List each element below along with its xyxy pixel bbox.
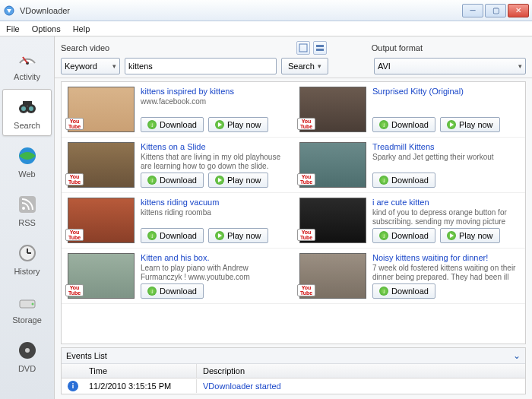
youtube-badge: YouTube: [297, 173, 315, 185]
video-title[interactable]: kittens riding vacuum: [141, 198, 287, 207]
youtube-badge: YouTube: [65, 173, 84, 185]
output-format-label: Output format: [372, 43, 423, 52]
chevron-down-icon: ▾: [112, 62, 116, 70]
download-button[interactable]: ↓Download: [141, 228, 204, 243]
minimize-button[interactable]: ─: [462, 4, 483, 17]
settings-icon[interactable]: [313, 41, 327, 55]
app-icon: [3, 5, 15, 17]
search-mode-combo[interactable]: Keyword ▾: [61, 58, 120, 74]
play-button[interactable]: Play now: [208, 117, 268, 132]
svg-point-17: [25, 348, 30, 353]
sidebar-label: RSS: [18, 218, 36, 227]
video-title[interactable]: Kittens on a Slide: [141, 142, 287, 151]
sidebar-item-web[interactable]: Web: [2, 138, 52, 185]
event-row[interactable]: i 11/2/2010 3:15:15 PM VDownloader start…: [62, 378, 525, 394]
svg-point-6: [29, 106, 33, 111]
video-thumbnail[interactable]: YouTube: [299, 87, 366, 132]
events-title: Events List: [66, 351, 107, 360]
sidebar-item-rss[interactable]: RSS: [2, 186, 52, 233]
play-button[interactable]: Play now: [440, 228, 500, 243]
play-icon: [447, 120, 456, 129]
maximize-button[interactable]: ▢: [485, 4, 506, 17]
download-button[interactable]: ↓Download: [141, 283, 204, 299]
download-icon: ↓: [379, 176, 388, 185]
video-thumbnail[interactable]: YouTube: [299, 253, 366, 299]
col-time[interactable]: Time: [83, 364, 197, 378]
play-icon: [215, 231, 224, 240]
result-cell: YouTube Kittens on a Slide Kittens that …: [62, 138, 293, 193]
download-button[interactable]: ↓Download: [141, 117, 204, 132]
download-button[interactable]: ↓Download: [372, 228, 435, 243]
video-thumbnail[interactable]: YouTube: [68, 198, 135, 243]
video-title[interactable]: Treadmill Kittens: [372, 142, 519, 151]
download-icon: ↓: [379, 231, 388, 240]
youtube-badge: YouTube: [297, 118, 315, 130]
video-thumbnail[interactable]: YouTube: [299, 198, 366, 243]
video-title[interactable]: kittens inspired by kittens: [141, 87, 287, 96]
filter-icon[interactable]: [296, 41, 310, 55]
youtube-badge: YouTube: [65, 229, 84, 241]
play-button[interactable]: Play now: [440, 117, 500, 132]
download-button[interactable]: ↓Download: [372, 283, 435, 299]
menubar: File Options Help: [0, 21, 532, 36]
clock-icon: [15, 241, 40, 265]
download-icon: ↓: [379, 120, 388, 129]
window-title: VDownloader: [20, 6, 462, 15]
result-cell: YouTube Surprised Kitty (Original) ↓Down…: [293, 82, 525, 138]
close-button[interactable]: ✕: [508, 4, 529, 17]
video-description: Kittens that are living in my old playho…: [141, 153, 287, 171]
play-button[interactable]: Play now: [208, 173, 268, 188]
download-button[interactable]: ↓Download: [372, 117, 435, 132]
play-icon: [215, 176, 224, 185]
download-icon: ↓: [147, 176, 157, 185]
svg-point-5: [21, 106, 26, 111]
sidebar-item-storage[interactable]: Storage: [2, 283, 52, 331]
play-button[interactable]: Play now: [208, 228, 268, 243]
video-title[interactable]: Kitten and his box.: [141, 253, 287, 262]
svg-rect-19: [316, 45, 324, 47]
drive-icon: [15, 290, 40, 314]
results-panel: YouTube kittens inspired by kittens www.…: [61, 81, 526, 344]
menu-options[interactable]: Options: [32, 24, 61, 33]
video-title[interactable]: Surprised Kitty (Original): [372, 87, 519, 96]
svg-point-15: [31, 303, 33, 306]
video-thumbnail[interactable]: YouTube: [68, 253, 135, 299]
menu-help[interactable]: Help: [73, 24, 90, 33]
video-description: www.facebook.com: [141, 97, 287, 106]
sidebar-item-activity[interactable]: Activity: [2, 40, 52, 87]
video-thumbnail[interactable]: YouTube: [299, 142, 366, 188]
sidebar-item-dvd[interactable]: DVD: [2, 332, 52, 379]
events-panel: Events List ⌄ Time Description i 11/2/20…: [61, 347, 526, 394]
search-bar: Search video Output format Keyword ▾ Sea…: [55, 36, 532, 78]
download-button[interactable]: ↓Download: [141, 173, 204, 188]
result-cell: YouTube kittens inspired by kittens www.…: [62, 82, 293, 138]
video-title[interactable]: i are cute kitten: [372, 198, 519, 207]
play-icon: [447, 231, 456, 240]
svg-rect-7: [23, 101, 32, 106]
col-desc[interactable]: Description: [197, 364, 525, 378]
youtube-badge: YouTube: [65, 118, 84, 130]
sidebar-item-history[interactable]: History: [2, 235, 52, 282]
video-description: kind of you to depress orange button for…: [372, 208, 519, 226]
video-title[interactable]: Noisy kittens waiting for dinner!: [372, 253, 519, 262]
result-cell: YouTube i are cute kitten kind of you to…: [293, 193, 525, 249]
svg-rect-20: [316, 49, 324, 51]
collapse-icon[interactable]: ⌄: [513, 350, 521, 361]
globe-icon: [15, 144, 40, 168]
svg-rect-18: [299, 44, 307, 52]
sidebar-label: History: [14, 267, 40, 276]
search-field[interactable]: [128, 62, 273, 71]
download-icon: ↓: [379, 287, 388, 296]
info-icon: i: [68, 381, 78, 391]
video-thumbnail[interactable]: YouTube: [68, 142, 135, 188]
menu-file[interactable]: File: [6, 24, 20, 33]
svg-point-10: [22, 207, 25, 210]
search-button[interactable]: Search ▾: [281, 58, 328, 74]
disc-icon: [15, 338, 40, 363]
search-label: Search video: [61, 43, 109, 52]
output-format-combo[interactable]: AVI ▾: [374, 58, 526, 74]
download-button[interactable]: ↓Download: [372, 173, 435, 188]
search-input[interactable]: [125, 58, 277, 74]
sidebar-item-search[interactable]: Search: [2, 89, 52, 136]
video-thumbnail[interactable]: YouTube: [68, 87, 135, 132]
